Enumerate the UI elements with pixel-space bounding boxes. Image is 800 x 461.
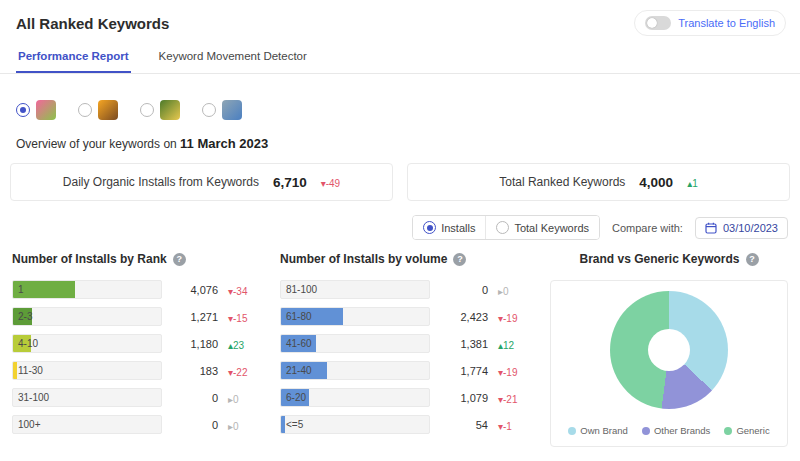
bar-row-21-40: 21-401,774▾-19 (280, 361, 532, 380)
bar-row-6-20: 6-201,079▾-21 (280, 388, 532, 407)
app-radio-1[interactable] (16, 103, 30, 117)
toggle-switch-icon[interactable] (645, 16, 671, 30)
help-icon[interactable] (173, 253, 186, 266)
overview-date: 11 March 2023 (180, 136, 268, 151)
bar-track: 41-60 (280, 334, 430, 353)
bar-row-81-100: 81-1000▸0 (280, 280, 532, 299)
bar-row-1: 14,076▾-34 (12, 280, 262, 299)
translate-label: Translate to English (678, 17, 775, 29)
change-indicator: ▾-49 (321, 178, 340, 189)
bar-change: ▾-15 (228, 308, 262, 326)
toggle-knob (647, 18, 657, 28)
metric-option-label: Installs (441, 222, 475, 234)
tab-keyword-movement-detector[interactable]: Keyword Movement Detector (157, 42, 309, 73)
rank-bar-rows: 14,076▾-342-31,271▾-154-101,180▴2311-301… (12, 280, 262, 434)
bar-track: 1 (12, 280, 162, 299)
bar-change: ▸0 (228, 389, 262, 407)
bar-value: 4,076 (162, 284, 228, 296)
brand-vs-generic-chart: Brand vs Generic Keywords Own BrandOther… (550, 252, 788, 447)
metric-option-installs[interactable]: Installs (413, 216, 485, 239)
help-icon[interactable] (453, 253, 466, 266)
bar-value: 1,381 (430, 338, 498, 350)
bar-category-label: 2-3 (18, 308, 32, 325)
legend-dot (724, 427, 732, 435)
bar-row-4-10: 4-101,180▴23 (12, 334, 262, 353)
bar-change: ▴12 (498, 335, 532, 353)
app-radio-3[interactable] (140, 103, 154, 117)
app-icon-4 (222, 100, 242, 120)
legend-item-own-brand: Own Brand (568, 425, 628, 436)
bar-row-100+: 100+0▸0 (12, 415, 262, 434)
change-indicator: ▸0 (228, 394, 239, 405)
bar-category-label: <=5 (286, 416, 303, 433)
bar-row-41-60: 41-601,381▴12 (280, 334, 532, 353)
bar-track: 4-10 (12, 334, 162, 353)
app-radio-2[interactable] (78, 103, 92, 117)
app-icon-1 (36, 100, 56, 120)
bar-track: 31-100 (12, 388, 162, 407)
bar-change: ▸0 (498, 281, 532, 299)
bar-change: ▸0 (228, 416, 262, 434)
change-indicator: ▾-19 (498, 367, 517, 378)
bar-row-2-3: 2-31,271▾-15 (12, 307, 262, 326)
app-option-2[interactable] (78, 100, 118, 120)
installs-radio[interactable] (423, 221, 436, 234)
bar-value: 0 (162, 419, 228, 431)
legend-item-other-brands: Other Brands (642, 425, 711, 436)
bar-row-31-100: 31-1000▸0 (12, 388, 262, 407)
bar-category-label: 100+ (18, 416, 41, 433)
page-title: All Ranked Keywords (16, 15, 169, 32)
change-indicator: ▾-34 (228, 286, 247, 297)
bar-category-label: 11-30 (18, 362, 43, 379)
installs-by-volume-chart: Number of Installs by volume 81-1000▸061… (280, 252, 532, 447)
change-indicator: ▾-1 (498, 421, 512, 432)
bar-value: 0 (430, 284, 498, 296)
app-icon-3 (160, 100, 180, 120)
bar-change: ▾-19 (498, 362, 532, 380)
bar-track: 61-80 (280, 307, 430, 326)
bar-change: ▾-21 (498, 389, 532, 407)
app-option-4[interactable] (202, 100, 242, 120)
bar-category-label: 1 (18, 281, 24, 298)
bar-row-61-80: 61-802,423▾-19 (280, 307, 532, 326)
app-option-1[interactable] (16, 100, 56, 120)
bar-row-11-30: 11-30183▾-22 (12, 361, 262, 380)
bar-category-label: 6-20 (286, 389, 306, 406)
overview-line: Overview of your keywords on 11 March 20… (0, 120, 800, 161)
bar-value: 1,079 (430, 392, 498, 404)
change-indicator: ▾-19 (498, 313, 517, 324)
change-indicator: ▾-15 (228, 313, 247, 324)
donut-card: Own BrandOther BrandsGeneric (550, 280, 788, 447)
bar-category-label: 41-60 (286, 335, 312, 352)
app-option-3[interactable] (140, 100, 180, 120)
bar-change: ▾-34 (228, 281, 262, 299)
chart-title-brand: Brand vs Generic Keywords (550, 252, 788, 266)
bar-value: 183 (162, 365, 228, 377)
change-indicator: ▴1 (687, 178, 698, 189)
stat-card-value: 4,000 (639, 175, 673, 190)
chart-title-text: Number of Installs by volume (280, 252, 447, 266)
legend-dot (568, 427, 576, 435)
bar-change: ▴23 (228, 335, 262, 353)
chart-title-volume: Number of Installs by volume (280, 252, 532, 266)
change-indicator: ▴23 (228, 340, 244, 351)
chart-controls: Installs Total Keywords Compare with: 03… (0, 201, 800, 240)
total-keywords-radio[interactable] (496, 221, 509, 234)
translate-toggle[interactable]: Translate to English (634, 10, 786, 36)
volume-bar-rows: 81-1000▸061-802,423▾-1941-601,381▴1221-4… (280, 280, 532, 434)
change-indicator: ▾-21 (498, 394, 517, 405)
legend-dot (642, 427, 650, 435)
stat-cards: Daily Organic Installs from Keywords 6,7… (0, 161, 800, 201)
metric-toggle: Installs Total Keywords (412, 215, 600, 240)
bar-fill (281, 416, 285, 433)
bar-track: 21-40 (280, 361, 430, 380)
chart-title-text: Brand vs Generic Keywords (579, 252, 739, 266)
app-radio-4[interactable] (202, 103, 216, 117)
compare-date-picker[interactable]: 03/10/2023 (695, 217, 788, 239)
compare-date-value: 03/10/2023 (723, 222, 778, 234)
legend-item-generic: Generic (724, 425, 769, 436)
metric-option-total-keywords[interactable]: Total Keywords (485, 216, 599, 239)
tab-performance-report[interactable]: Performance Report (16, 42, 131, 73)
tab-bar: Performance Report Keyword Movement Dete… (0, 38, 800, 74)
help-icon[interactable] (746, 253, 759, 266)
